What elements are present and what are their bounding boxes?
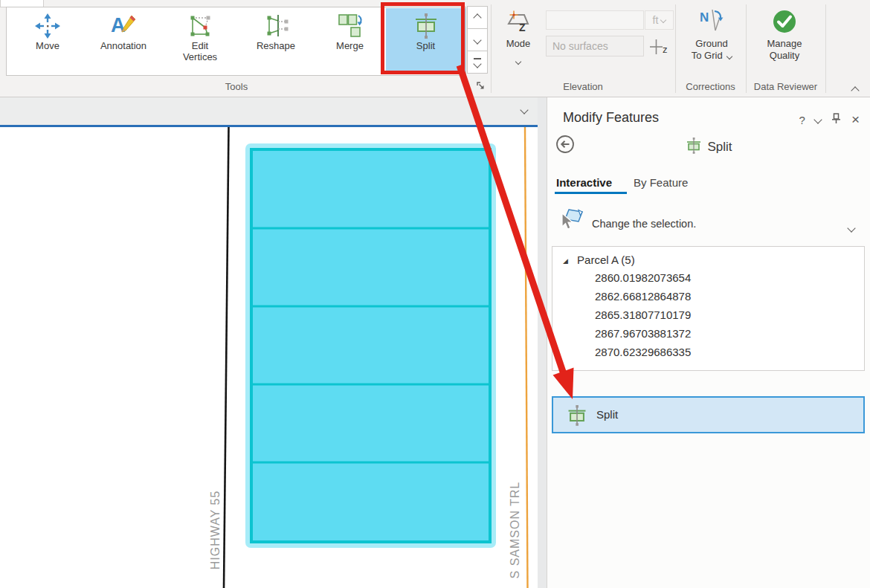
dialog-launcher-button[interactable] — [476, 81, 486, 91]
edit-vertices-icon — [187, 13, 213, 39]
split-values-listbox: ◢ Parcel A (5) 2860.01982073654 2862.668… — [552, 246, 865, 371]
road-label-highway-55: HIGHWAY 55 — [209, 491, 222, 570]
split-icon — [567, 405, 587, 426]
data-reviewer-group-label: Data Reviewer — [746, 81, 825, 92]
annotation-tool-button[interactable]: A Annotation — [85, 8, 162, 74]
group-separator — [746, 4, 747, 93]
chevron-up-icon — [473, 13, 481, 22]
edit-vertices-tool-label: Edit Vertices — [175, 40, 225, 62]
ground-to-grid-button[interactable]: N Ground To Grid — [683, 8, 741, 62]
get-z-icon[interactable]: z — [648, 36, 671, 60]
elevation-surfaces-field[interactable]: No surfaces — [546, 36, 644, 56]
chevron-down-icon — [515, 59, 521, 65]
road-label-samson-trl: S SAMSON TRL — [509, 482, 522, 579]
road-line-samson-trl — [525, 127, 528, 588]
manage-quality-label-line1: Manage — [767, 38, 802, 49]
reshape-icon — [262, 13, 289, 39]
annotation-icon: A — [110, 13, 137, 39]
modify-features-panel: Modify Features ? × — [547, 97, 870, 588]
merge-icon — [337, 13, 364, 39]
manage-quality-button[interactable]: Manage Quality — [753, 8, 816, 62]
tree-value[interactable]: 2865.31807710179 — [595, 308, 691, 321]
ground-to-grid-label-line1: Ground — [695, 38, 727, 49]
group-separator — [825, 4, 826, 93]
svg-text:A: A — [111, 14, 126, 36]
manage-quality-label-line2: Quality — [770, 50, 799, 61]
svg-text:z: z — [663, 44, 668, 55]
group-separator — [675, 4, 676, 93]
close-icon[interactable]: × — [851, 114, 860, 125]
panel-menu-chevron-icon[interactable] — [813, 115, 822, 123]
tree-value[interactable]: 2862.66812864878 — [595, 290, 691, 303]
elevation-mode-button[interactable]: Z Mode — [495, 8, 541, 67]
collapse-ribbon-button[interactable] — [852, 83, 858, 97]
tool-header: Split — [547, 138, 870, 155]
tree-item-parcel[interactable]: ◢ Parcel A (5) — [563, 253, 635, 266]
chevron-down-icon[interactable] — [520, 106, 528, 114]
map-view[interactable]: HIGHWAY 55 S SAMSON TRL — [0, 97, 538, 588]
elevation-unit-dropdown[interactable]: ft — [645, 10, 674, 30]
section-collapse-chevron[interactable] — [848, 221, 854, 234]
tab-by-feature[interactable]: By Feature — [634, 176, 688, 189]
svg-text:Z: Z — [519, 22, 526, 33]
arcgis-pro-window: Move A Annotation — [0, 0, 870, 588]
ground-to-grid-label-line2: To Grid — [692, 50, 723, 61]
pin-icon[interactable] — [831, 112, 842, 127]
gallery-expand-button[interactable] — [467, 51, 488, 74]
elevation-mode-icon: Z — [495, 8, 541, 38]
move-icon — [34, 13, 61, 39]
gallery-scroll-up-button[interactable] — [467, 6, 488, 29]
merge-tool-label: Merge — [314, 40, 386, 51]
chevron-down-icon — [660, 17, 666, 23]
svg-text:N: N — [700, 10, 709, 25]
gallery-expand-icon — [474, 58, 481, 59]
tool-header-label: Split — [707, 140, 732, 154]
annotation-highlight-box — [381, 2, 465, 74]
split-icon — [686, 138, 702, 154]
split-method-label: Split — [596, 408, 618, 421]
help-icon[interactable]: ? — [799, 114, 805, 126]
tree-expander-icon[interactable]: ◢ — [563, 257, 568, 265]
reshape-tool-label: Reshape — [238, 40, 314, 51]
active-tab-underline — [555, 192, 627, 194]
chevron-down-icon — [726, 54, 732, 59]
tree-value[interactable]: 2870.62329686335 — [595, 346, 691, 358]
pane-splitter[interactable] — [538, 97, 547, 588]
tree-item-label: Parcel A (5) — [577, 253, 635, 266]
edit-vertices-tool-button[interactable]: Edit Vertices — [162, 8, 238, 74]
change-selection-icon — [558, 207, 587, 237]
chevron-down-icon — [473, 36, 481, 44]
tree-value[interactable]: 2867.96703881372 — [595, 327, 691, 340]
elevation-mode-label: Mode — [495, 38, 541, 50]
map-top-strip — [0, 97, 538, 125]
annotation-tool-label: Annotation — [85, 40, 162, 51]
gallery-scrollbar — [467, 7, 488, 74]
group-separator — [491, 4, 492, 93]
elevation-offset-field[interactable] — [546, 10, 644, 30]
panel-title: Modify Features — [563, 110, 659, 126]
road-line-highway-55 — [224, 127, 229, 588]
tree-value[interactable]: 2860.01982073654 — [595, 271, 691, 284]
tab-interactive[interactable]: Interactive — [556, 176, 612, 189]
move-tool-label: Move — [10, 40, 85, 51]
gallery-scroll-down-button[interactable] — [467, 28, 488, 51]
split-method-row[interactable]: Split — [552, 396, 865, 433]
ground-to-grid-icon: N — [683, 8, 741, 38]
change-selection-hint: Change the selection. — [592, 218, 696, 230]
manage-quality-icon — [753, 8, 816, 38]
elevation-unit-label: ft — [653, 14, 659, 26]
chevron-up-icon — [851, 86, 859, 94]
tools-group-label: Tools — [6, 81, 467, 92]
map-canvas[interactable] — [0, 127, 538, 588]
selected-parcel[interactable] — [248, 146, 493, 545]
merge-tool-button[interactable]: Merge — [314, 8, 386, 74]
reshape-tool-button[interactable]: Reshape — [238, 8, 314, 74]
corrections-group-label: Corrections — [675, 81, 746, 92]
elevation-group-label: Elevation — [491, 81, 675, 92]
move-tool-button[interactable]: Move — [10, 8, 85, 74]
